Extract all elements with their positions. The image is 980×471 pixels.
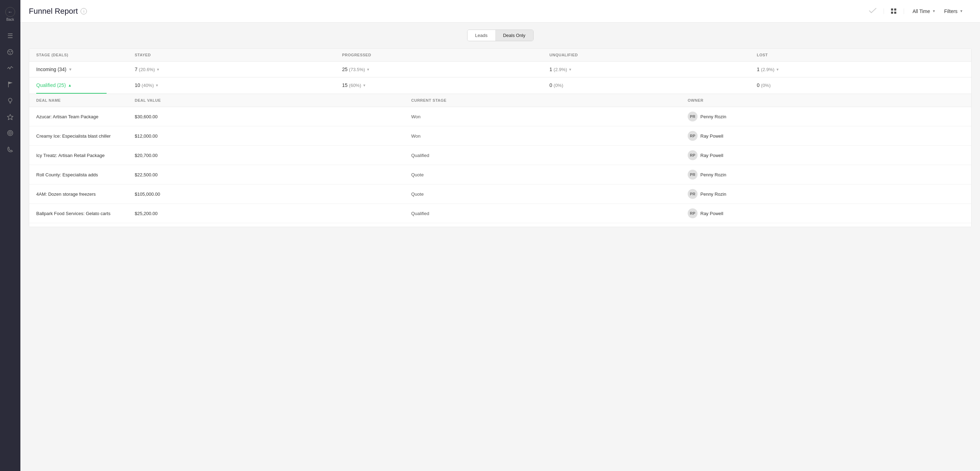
sidebar-icon-flag[interactable] (3, 78, 17, 91)
deal-row: Icy Treatz: Artisan Retail Package $20,7… (29, 146, 971, 165)
deal-name: Ballpark Food Services: Gelato carts (36, 211, 135, 216)
deal-stage: Won (411, 133, 688, 139)
all-time-label: All Time (912, 8, 930, 14)
qualified-stayed-chevron[interactable]: ▼ (155, 83, 159, 87)
col-stage: STAGE (DEALS) (36, 53, 135, 57)
avatar: PR (688, 170, 698, 180)
sidebar-icon-list[interactable]: ☰ (3, 29, 17, 43)
deals-only-toggle-button[interactable]: Deals Only (495, 30, 533, 41)
sidebar-icon-star[interactable] (3, 110, 17, 124)
deal-stage: Qualified (411, 211, 688, 216)
qualified-label: Qualified (25) (36, 82, 66, 88)
deal-owner: PR Penny Rozin (688, 170, 964, 180)
stage-row-qualified: Qualified (25) ▲ 10 (40%) ▼ 15 (60%) ▼ 0… (29, 77, 971, 94)
avatar: RP (688, 131, 698, 141)
incoming-expand-icon[interactable]: ▼ (68, 67, 72, 72)
deal-value: $20,700.00 (135, 153, 411, 158)
avatar: PR (688, 112, 698, 121)
col-stayed: STAYED (135, 53, 342, 57)
deal-name: Icy Treatz: Artisan Retail Package (36, 153, 135, 158)
deal-stage: Quote (411, 192, 688, 197)
owner-name: Ray Powell (700, 153, 723, 158)
deals-col-owner: OWNER (688, 98, 964, 102)
deal-row: Devin and Dennis: Expansion - more machi… (29, 223, 971, 227)
deal-value: $30,600.00 (135, 114, 411, 119)
deal-value: $22,500.00 (135, 172, 411, 177)
sidebar-icon-phone[interactable] (3, 142, 17, 156)
deal-row: Azucar: Artisan Team Package $30,600.00 … (29, 107, 971, 126)
back-label: Back (6, 18, 14, 21)
deal-stage: Won (411, 114, 688, 119)
all-time-dropdown[interactable]: All Time ▼ (912, 8, 935, 14)
back-button[interactable]: ← Back (5, 4, 15, 24)
filters-label: Filters (944, 8, 958, 14)
incoming-lost-chevron[interactable]: ▼ (776, 68, 780, 72)
header-filter-group: All Time ▼ Filters ▼ (904, 8, 972, 14)
deals-header-row: DEAL NAME DEAL VALUE CURRENT STAGE OWNER (29, 94, 971, 107)
deal-row: Roll County: Especialista adds $22,500.0… (29, 165, 971, 184)
deal-row: Creamy Ice: Especialista blast chiller $… (29, 126, 971, 146)
svg-point-3 (10, 53, 11, 54)
incoming-unqualified-chevron[interactable]: ▼ (568, 68, 572, 72)
sidebar: ← Back ☰ (0, 0, 21, 471)
deal-value: $105,000.00 (135, 192, 411, 197)
qualified-stayed: 10 (40%) ▼ (135, 82, 342, 88)
owner-name: Penny Rozin (700, 114, 726, 119)
qualified-collapse-icon[interactable]: ▲ (68, 83, 72, 87)
incoming-stayed: 7 (20.6%) ▼ (135, 67, 342, 72)
info-icon[interactable]: i (81, 8, 87, 14)
avatar: RP (688, 208, 698, 218)
stage-name-incoming[interactable]: Incoming (34) ▼ (36, 67, 135, 72)
grid-view-icon[interactable] (884, 8, 904, 14)
qualified-unqualified: 0 (0%) (549, 82, 757, 88)
qualified-progressed: 15 (60%) ▼ (342, 82, 550, 88)
svg-point-1 (9, 51, 10, 52)
check-icon[interactable] (862, 7, 884, 15)
all-time-chevron: ▼ (932, 9, 935, 13)
deal-owner: PR Penny Rozin (688, 189, 964, 199)
sidebar-icon-target[interactable] (3, 126, 17, 140)
deals-col-value: DEAL VALUE (135, 98, 411, 102)
view-toggle-group: Leads Deals Only (467, 30, 534, 41)
page-title: Funnel Report i (29, 7, 862, 16)
main-content: Funnel Report i All Time ▼ Filters (21, 0, 980, 471)
content-area: Leads Deals Only STAGE (DEALS) STAYED PR… (21, 22, 980, 471)
owner-name: Penny Rozin (700, 172, 726, 177)
stage-name-qualified[interactable]: Qualified (25) ▲ (36, 82, 135, 88)
header-actions: All Time ▼ Filters ▼ (862, 7, 972, 15)
owner-name: Penny Rozin (700, 192, 726, 197)
deal-name: Azucar: Artisan Team Package (36, 114, 135, 119)
toggle-bar: Leads Deals Only (29, 22, 972, 41)
qualified-progressed-chevron[interactable]: ▼ (363, 83, 366, 87)
deal-owner: RP Ray Powell (688, 150, 964, 160)
title-text: Funnel Report (29, 7, 78, 16)
incoming-progressed-chevron[interactable]: ▼ (366, 68, 370, 72)
deals-col-stage: CURRENT STAGE (411, 98, 688, 102)
incoming-lost: 1 (2.9%) ▼ (757, 67, 964, 72)
stage-row-incoming: Incoming (34) ▼ 7 (20.6%) ▼ 25 (73.5%) ▼… (29, 62, 971, 77)
report-table: STAGE (DEALS) STAYED PROGRESSED UNQUALIF… (29, 48, 972, 227)
deal-owner: RP Ray Powell (688, 208, 964, 218)
incoming-label: Incoming (34) (36, 67, 67, 72)
sidebar-icon-palette[interactable] (3, 45, 17, 59)
deal-name: Roll County: Especialista adds (36, 172, 135, 177)
deal-owner: RP Ray Powell (688, 131, 964, 141)
incoming-stayed-chevron[interactable]: ▼ (156, 68, 160, 72)
svg-point-11 (10, 133, 11, 134)
stage-row-qualified-wrapper: Qualified (25) ▲ 10 (40%) ▼ 15 (60%) ▼ 0… (29, 77, 971, 94)
grid-squares-icon (891, 8, 897, 14)
owner-name: Ray Powell (700, 133, 723, 139)
deal-value: $25,200.00 (135, 211, 411, 216)
sidebar-icon-activity[interactable] (3, 62, 17, 75)
leads-toggle-button[interactable]: Leads (468, 30, 495, 41)
deal-owner: PR Penny Rozin (688, 112, 964, 121)
filters-dropdown[interactable]: Filters ▼ (944, 8, 963, 14)
owner-name: Ray Powell (700, 211, 723, 216)
col-unqualified: UNQUALIFIED (549, 53, 757, 57)
qualified-underline (36, 93, 107, 94)
sidebar-icon-bulb[interactable] (3, 94, 17, 107)
col-progressed: PROGRESSED (342, 53, 550, 57)
deal-row: Ballpark Food Services: Gelato carts $25… (29, 204, 971, 223)
incoming-unqualified: 1 (2.9%) ▼ (549, 67, 757, 72)
table-header-row: STAGE (DEALS) STAYED PROGRESSED UNQUALIF… (29, 49, 971, 62)
